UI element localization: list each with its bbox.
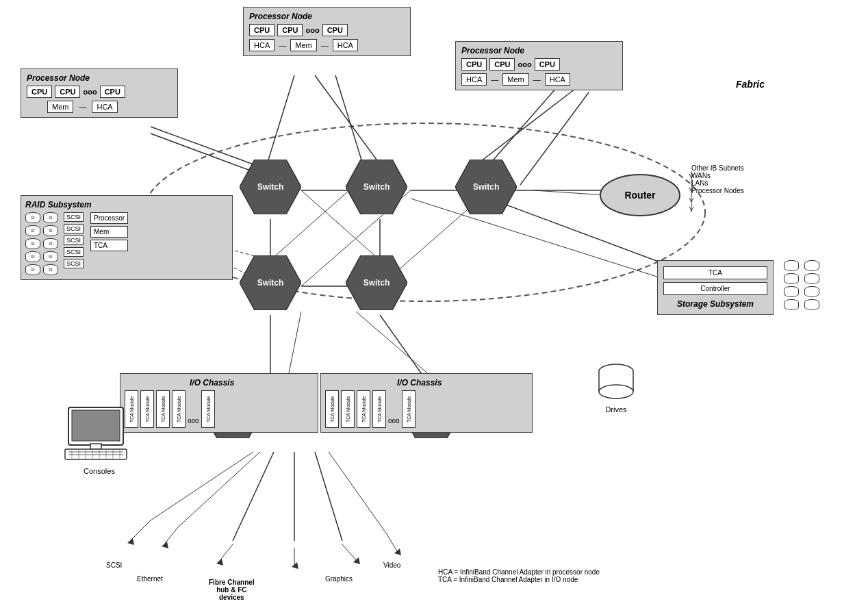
svg-line-8 <box>520 92 589 185</box>
controller-storage: Controller <box>663 282 767 295</box>
legend: HCA = InfiniBand Channel Adapter in proc… <box>438 568 600 583</box>
disk-3: ⊙ <box>25 238 40 249</box>
switch-5: Switch <box>346 255 407 310</box>
cpu-box-3: CPU <box>322 24 348 36</box>
svg-line-36 <box>164 527 178 544</box>
cpu-box-tr2: CPU <box>489 58 515 71</box>
disk-4: ⊙ <box>25 251 40 262</box>
disk-col-2: ⊙ ⊙ ⊙ ⊙ ⊙ <box>43 212 58 275</box>
svg-rect-71 <box>90 444 101 449</box>
proc-node-top-center-title: Processor Node <box>249 12 405 21</box>
svg-line-44 <box>387 534 397 551</box>
cpu-row-top-left: CPU CPU ooo CPU <box>27 86 172 98</box>
router-container: Router <box>599 173 681 219</box>
lans-label: LANs <box>691 179 744 187</box>
mem-hca-row-top-right: HCA — Mem — HCA <box>461 73 617 86</box>
svg-marker-58 <box>346 160 407 214</box>
mem-hca-row-top-left: Mem — HCA <box>47 101 172 113</box>
cpu-box-tr3: CPU <box>535 58 560 71</box>
legend-line-2: TCA = InfiniBand Channel Adapter in I/O … <box>438 576 600 583</box>
disk-8: ⊙ <box>43 238 58 249</box>
mem-box-tl: Mem <box>47 101 73 113</box>
switch-2-svg <box>346 160 407 214</box>
processor-box: Processor <box>90 212 128 224</box>
drives-svg <box>596 363 637 404</box>
storage-subsystem: TCA Controller Storage Subsystem <box>657 260 774 315</box>
cpu-box-1: CPU <box>249 24 275 36</box>
svg-marker-60 <box>240 255 301 310</box>
io-chassis-left-header: I/O Chassis <box>125 378 314 388</box>
svg-point-66 <box>599 385 633 398</box>
disk-10: ⊙ <box>43 264 58 275</box>
router-svg: Router <box>599 173 681 218</box>
svg-marker-59 <box>455 160 517 214</box>
drives-standalone-label: Drives <box>596 363 637 414</box>
svg-marker-41 <box>292 562 298 569</box>
svg-line-38 <box>219 544 233 561</box>
fibre-channel-label: Fibre Channelhub & FCdevices <box>209 579 255 601</box>
io-module-r4: TCA Module <box>372 390 386 428</box>
graphics-label: Graphics <box>325 575 353 583</box>
tca-box: TCA <box>90 240 128 251</box>
hca-box-tr1: HCA <box>461 73 487 86</box>
storage-disk-8 <box>804 299 819 310</box>
cpu-box-tl2: CPU <box>55 86 80 98</box>
ethernet-label: Ethernet <box>137 575 163 583</box>
storage-disk-6 <box>804 273 819 284</box>
mem-box-1: Mem <box>290 39 316 51</box>
svg-line-29 <box>178 452 260 527</box>
proc-node-top-left-title: Processor Node <box>27 73 172 83</box>
consoles-label: Consoles <box>62 467 137 475</box>
proc-node-top-right: Processor Node CPU CPU ooo CPU HCA — Mem… <box>455 41 623 90</box>
drives-container <box>784 260 799 310</box>
svg-marker-39 <box>216 559 223 566</box>
disk-2: ⊙ <box>25 225 40 236</box>
io-module-l4: TCA Module <box>172 390 186 428</box>
svg-text:Router: Router <box>624 190 656 201</box>
cpu-row-top-center: CPU CPU ooo CPU <box>249 24 405 36</box>
svg-line-5 <box>335 75 363 164</box>
proc-node-top-center: Processor Node CPU CPU ooo CPU HCA — Mem… <box>243 7 411 56</box>
svg-line-6 <box>489 82 561 164</box>
svg-marker-37 <box>162 542 168 548</box>
switch-4: Switch <box>240 255 301 310</box>
svg-line-42 <box>342 544 356 560</box>
mem-box-tr: Mem <box>502 73 528 86</box>
svg-marker-61 <box>346 255 407 310</box>
svg-line-19 <box>534 190 606 195</box>
storage-disk-4 <box>784 299 799 310</box>
scsi-bottom-label: SCSI <box>106 561 122 569</box>
disk-col-1: ⊙ ⊙ ⊙ ⊙ ⊙ <box>25 212 40 275</box>
svg-rect-72 <box>65 449 127 459</box>
svg-line-4 <box>315 75 380 164</box>
raid-inner: ⊙ ⊙ ⊙ ⊙ ⊙ ⊙ ⊙ ⊙ ⊙ ⊙ SCSI SCSI SCSI SCSI … <box>25 212 228 275</box>
scsi-box-4: SCSI <box>64 247 84 257</box>
video-label: Video <box>383 561 400 569</box>
proc-node-top-left: Processor Node CPU CPU ooo CPU Mem — HCA <box>21 68 178 118</box>
console-svg <box>62 404 137 466</box>
svg-line-7 <box>472 89 575 168</box>
scsi-box-5: SCSI <box>64 259 84 268</box>
wans-label: WANs <box>691 172 744 179</box>
io-module-r1: TCA Module <box>325 390 339 428</box>
disk-1: ⊙ <box>25 212 40 223</box>
cpu-box-2: CPU <box>277 24 303 36</box>
drives-text: Drives <box>596 405 637 414</box>
proc-mem-tca: Processor Mem TCA <box>90 212 128 275</box>
storage-disk-7 <box>804 286 819 297</box>
svg-line-34 <box>130 520 151 541</box>
other-ib-subnets: Other IB Subnets <box>691 164 744 172</box>
switch-2: Switch <box>346 160 407 214</box>
scsi-col: SCSI SCSI SCSI SCSI SCSI <box>64 212 84 275</box>
cpu-box-tl3: CPU <box>100 86 125 98</box>
cpu-box-tl1: CPU <box>27 86 52 98</box>
other-ib-arrows <box>688 164 695 219</box>
svg-rect-70 <box>72 410 120 441</box>
switch-5-svg <box>346 255 407 310</box>
disk-7: ⊙ <box>43 225 58 236</box>
svg-line-1 <box>151 127 253 164</box>
io-modules-row-right: TCA Module TCA Module TCA Module TCA Mod… <box>325 390 528 428</box>
scsi-box-2: SCSI <box>64 224 84 233</box>
raid-title: RAID Subsystem <box>25 200 228 210</box>
svg-line-3 <box>267 75 294 164</box>
